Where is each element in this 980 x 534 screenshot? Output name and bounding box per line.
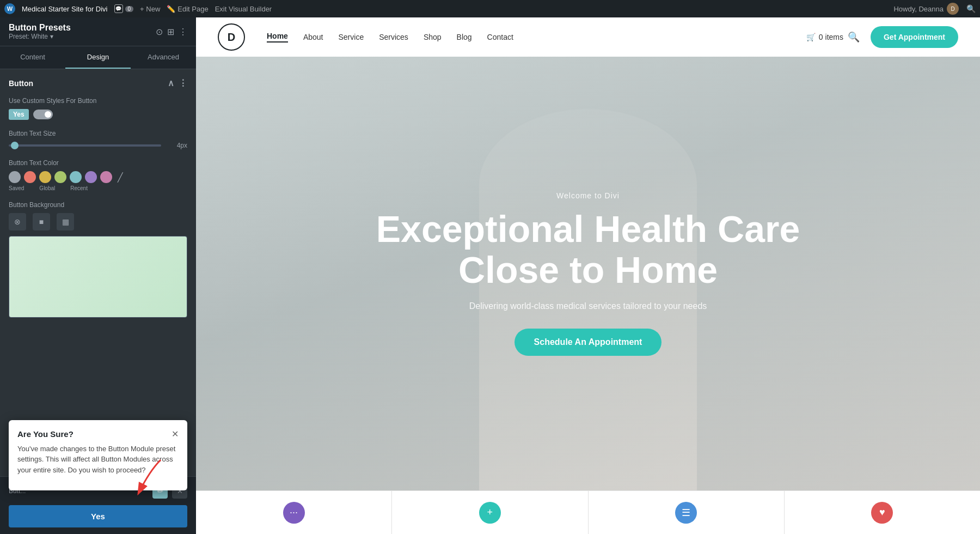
exit-builder-label: Exit Visual Builder: [215, 5, 272, 13]
nav-link-services[interactable]: Services: [379, 33, 408, 41]
user-menu[interactable]: Howdy, Deanna D 🔍: [893, 3, 976, 15]
nav-link-contact[interactable]: Contact: [487, 33, 513, 41]
color-swatches: ╱: [9, 171, 187, 183]
bg-no-bg-icon[interactable]: ⊗: [9, 213, 26, 230]
edit-page-button[interactable]: ✏️ Edit Page: [167, 5, 208, 13]
sidebar-panel: Button Presets Preset: White ▾ ⊙ ⊞ ⋮ Con…: [0, 17, 196, 534]
color-labels: Saved Global Recent: [9, 185, 187, 191]
confirm-close-button[interactable]: ✕: [171, 429, 179, 439]
responsive-icon[interactable]: ⊙: [156, 27, 163, 37]
card-icon-list: ☰: [675, 502, 697, 524]
color-swatch-teal[interactable]: [70, 171, 82, 183]
confirm-body: You've made changes to the Button Module…: [17, 444, 179, 476]
content-area: D Home About Service Services Shop Blog …: [196, 17, 980, 534]
color-label-saved: Saved: [9, 185, 24, 191]
new-label: + New: [140, 5, 160, 13]
background-preview: [9, 236, 187, 318]
nav-link-about[interactable]: About: [303, 33, 323, 41]
sidebar-preset[interactable]: Preset: White ▾: [9, 33, 71, 40]
edit-pencil-icon: ✏️: [167, 5, 175, 13]
confirm-dialog-header: Are You Sure? ✕: [17, 429, 179, 439]
card-icon-plus: +: [479, 502, 501, 524]
admin-search-icon[interactable]: 🔍: [966, 4, 976, 13]
more-options-icon[interactable]: ⋮: [179, 27, 187, 37]
sidebar-title: Button Presets: [9, 23, 71, 33]
card-icon-more: ···: [283, 502, 305, 524]
new-button[interactable]: + New: [140, 5, 160, 13]
website-nav: D Home About Service Services Shop Blog …: [196, 17, 980, 57]
sidebar-content: Button ∧ ⋮ Use Custom Styles For Button …: [0, 69, 196, 476]
nav-link-home[interactable]: Home: [267, 32, 288, 43]
color-swatch-gray[interactable]: [9, 171, 21, 183]
slider-value: 4px: [166, 142, 187, 149]
edit-page-label: Edit Page: [177, 5, 208, 13]
toggle-switch[interactable]: [33, 110, 53, 119]
sidebar-header: Button Presets Preset: White ▾ ⊙ ⊞ ⋮: [0, 17, 196, 46]
bottom-strip: ··· + ☰ ♥: [196, 490, 980, 534]
collapse-section-icon[interactable]: ∧: [168, 78, 174, 88]
button-text-color-label: Button Text Color: [9, 159, 187, 167]
custom-styles-toggle: Yes: [9, 109, 187, 120]
hero-subtitle: Welcome to Divi: [556, 191, 620, 200]
color-swatch-pink[interactable]: [24, 171, 36, 183]
tab-advanced[interactable]: Advanced: [131, 46, 196, 69]
text-size-slider-row: 4px: [9, 142, 187, 149]
nav-link-shop[interactable]: Shop: [424, 33, 442, 41]
section-header: Button ∧ ⋮: [9, 78, 187, 88]
button-background-field: Button Background ⊗ ■ ▦: [9, 201, 187, 318]
bottom-card-2: +: [392, 491, 588, 534]
background-type-icons: ⊗ ■ ▦: [9, 213, 187, 230]
main-layout: Button Presets Preset: White ▾ ⊙ ⊞ ⋮ Con…: [0, 17, 980, 534]
nav-link-blog[interactable]: Blog: [457, 33, 472, 41]
color-swatch-purple[interactable]: [85, 171, 97, 183]
color-swatch-pink2[interactable]: [100, 171, 112, 183]
site-name: Medical Starter Site for Divi: [22, 5, 108, 13]
card-icon-heart: ♥: [871, 502, 893, 524]
toggle-yes-label[interactable]: Yes: [9, 109, 29, 120]
site-logo: D: [218, 23, 245, 51]
exit-builder-button[interactable]: Exit Visual Builder: [215, 5, 272, 13]
nav-links: Home About Service Services Shop Blog Co…: [267, 32, 806, 43]
wp-logo-icon[interactable]: W: [4, 3, 15, 14]
layout-icon[interactable]: ⊞: [167, 27, 174, 37]
hero-description: Delivering world-class medical services …: [469, 301, 707, 311]
text-size-slider[interactable]: [9, 144, 161, 147]
confirm-dialog: Are You Sure? ✕ You've made changes to t…: [9, 420, 187, 491]
bottom-card-4: ♥: [785, 491, 980, 534]
color-label-global: Global: [39, 185, 55, 191]
comments-button[interactable]: 💬 0: [114, 4, 134, 13]
hero-title: Exceptional Health Care Close to Home: [370, 209, 806, 290]
cart-icon: 🛒: [806, 33, 816, 41]
hero-content: Welcome to Divi Exceptional Health Care …: [370, 191, 806, 356]
custom-styles-field: Use Custom Styles For Button Yes: [9, 97, 187, 120]
color-swatch-green[interactable]: [54, 171, 66, 183]
section-more-icon[interactable]: ⋮: [179, 78, 187, 88]
tab-design[interactable]: Design: [65, 46, 131, 69]
bottom-card-3: ☰: [589, 491, 785, 534]
button-text-color-field: Button Text Color ╱ Saved Global Recent: [9, 159, 187, 191]
tab-content[interactable]: Content: [0, 46, 65, 69]
color-swatch-yellow[interactable]: [39, 171, 51, 183]
sidebar-title-group: Button Presets Preset: White ▾: [9, 23, 71, 40]
confirm-yes-button[interactable]: Yes: [9, 505, 187, 527]
bg-solid-icon[interactable]: ■: [33, 213, 50, 230]
cart-count: 0 items: [819, 33, 843, 41]
color-picker-icon[interactable]: ╱: [118, 172, 123, 183]
button-background-label: Button Background: [9, 201, 187, 209]
bg-gradient-icon[interactable]: ▦: [57, 213, 74, 230]
admin-bar: W Medical Starter Site for Divi 💬 0 + Ne…: [0, 0, 980, 17]
slider-thumb[interactable]: [11, 142, 19, 149]
schedule-appointment-button[interactable]: Schedule An Appointment: [514, 329, 662, 356]
button-text-size-label: Button Text Size: [9, 130, 187, 137]
bottom-card-1: ···: [196, 491, 392, 534]
nav-search-icon[interactable]: 🔍: [848, 31, 860, 43]
confirm-title: Are You Sure?: [17, 429, 74, 439]
nav-cart[interactable]: 🛒 0 items: [806, 33, 843, 41]
sidebar-header-icons: ⊙ ⊞ ⋮: [156, 27, 187, 37]
user-avatar: D: [947, 3, 959, 15]
button-text-size-field: Button Text Size 4px: [9, 130, 187, 149]
nav-link-service[interactable]: Service: [339, 33, 364, 41]
comment-bubble-icon: 💬: [114, 4, 123, 13]
get-appointment-button[interactable]: Get Appointment: [871, 26, 958, 48]
hero-section: Welcome to Divi Exceptional Health Care …: [196, 57, 980, 490]
